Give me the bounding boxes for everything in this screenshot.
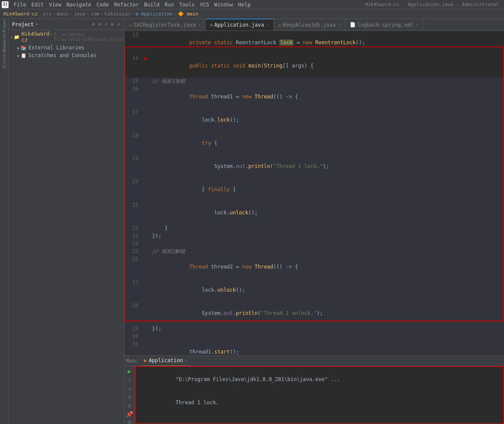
- run-error-line: Exception in thread "Thread-1" java.lang…: [138, 414, 501, 424]
- menu-build[interactable]: Build: [141, 0, 162, 9]
- breadcrumb-item[interactable]: src: [43, 11, 52, 17]
- close-tab-icon[interactable]: ✕: [266, 23, 269, 27]
- collapse-all-icon[interactable]: ≡: [98, 21, 102, 27]
- project-panel-header: Project ▾ ⊕ ≡ ⬆ ⚙ ✕: [9, 19, 124, 30]
- code-line: 25 // 线程2解锁: [125, 247, 504, 255]
- run-label: Run:: [126, 358, 139, 364]
- menu-run[interactable]: Run: [162, 0, 177, 9]
- xml-icon: 📄: [350, 22, 356, 27]
- run-main: ▶ ⬇ ↺ ≡ ⚙ 📌 🗑 "D:\Program Files\Java\jdk…: [125, 366, 504, 424]
- project-panel-title: Project: [12, 21, 34, 27]
- dropdown-icon[interactable]: ▾: [36, 21, 39, 27]
- close-tab-icon[interactable]: ✕: [198, 22, 201, 27]
- app-icon: ⚙: [210, 22, 213, 28]
- menu-window[interactable]: Window: [212, 0, 235, 9]
- project-icon[interactable]: Project: [1, 21, 8, 28]
- breadcrumb-item[interactable]: com: [91, 11, 99, 17]
- run-button[interactable]: ▶: [125, 368, 134, 375]
- java-icon: ☕: [278, 22, 281, 27]
- run-output: "D:\Program Files\Java\jdk1.8.0_281\bin\…: [135, 366, 504, 424]
- tab-label: logback-spring.xml: [357, 22, 413, 28]
- code-line: 17 lock.lock();: [125, 108, 504, 131]
- code-line: 23 });: [125, 232, 504, 240]
- tab-label: Application.java: [214, 22, 264, 28]
- settings-icon[interactable]: ⚙: [110, 21, 115, 27]
- execution-arrow: ▶: [144, 54, 148, 62]
- delete-run-button[interactable]: 🗑: [125, 419, 134, 424]
- expand-arrow: ▶: [17, 53, 20, 58]
- tab-label: KeepAliveJob.java: [283, 22, 336, 28]
- run-icon: ▶: [144, 357, 147, 363]
- code-line: 24: [125, 240, 504, 247]
- menu-refactor[interactable]: Refactor: [111, 0, 141, 9]
- panel-controls: ⊕ ≡ ⬆ ⚙ ✕: [91, 21, 121, 27]
- run-left-tools: ▶ ⬇ ↺ ≡ ⚙ 📌 🗑: [125, 366, 135, 424]
- project-root-label: Hik4Sword-cz: [21, 31, 52, 43]
- editor-area: ☕ IACRegisterTask.java ✕ ⚙ Application.j…: [125, 19, 504, 424]
- scratches-icon: 📋: [21, 53, 27, 58]
- menubar: IJ File Edit View Navigate Code Refactor…: [0, 0, 504, 9]
- code-line: 22 }: [125, 224, 504, 232]
- window-title: Hik4Sword-cz - Application.java - Admini…: [365, 2, 502, 7]
- breadcrumb-item[interactable]: ⚙ Application: [136, 11, 173, 17]
- breadcrumb-item[interactable]: Hik4Sword-cz: [3, 11, 37, 17]
- run-panel: Run: ▶ Application ✕ ▶ ⬇ ↺ ≡ ⚙ 📌 🗑: [125, 355, 504, 424]
- close-panel-icon[interactable]: ✕: [116, 21, 121, 27]
- close-tab-icon[interactable]: ✕: [338, 22, 341, 27]
- project-folder-icon: 📁: [14, 34, 20, 40]
- code-line: 16 Thread thread1 = new Thread(() -> {: [125, 85, 504, 108]
- expand-icon[interactable]: ⬆: [104, 21, 108, 27]
- run-tab-bar: Run: ▶ Application ✕: [125, 356, 504, 366]
- menu-vcs[interactable]: VCS: [197, 0, 212, 9]
- left-toolbar: Project Bookmarks Structure: [0, 19, 9, 424]
- tab-keepalive[interactable]: ☕ KeepAliveJob.java ✕: [274, 19, 345, 31]
- menu-navigate[interactable]: Navigate: [64, 0, 94, 9]
- breadcrumb-item[interactable]: hikvision: [104, 11, 130, 17]
- menu-view[interactable]: View: [46, 0, 64, 9]
- menu-tools[interactable]: Tools: [177, 0, 197, 9]
- close-tab-icon[interactable]: ✕: [416, 22, 418, 27]
- run-output-line: Thread 1 lock.: [138, 391, 501, 414]
- run-tab-label: Application: [149, 357, 183, 363]
- menu-code[interactable]: Code: [94, 0, 112, 9]
- tab-application[interactable]: ⚙ Application.java ✕: [205, 19, 274, 31]
- run-tab-application[interactable]: ▶ Application ✕: [141, 356, 191, 366]
- code-line: 28 System.out.println("Thread 2 unlock."…: [125, 302, 504, 325]
- code-line: 21 lock.unlock();: [125, 201, 504, 224]
- structure-icon[interactable]: Structure: [1, 56, 8, 63]
- menu-help[interactable]: Help: [235, 0, 253, 9]
- expand-arrow: ▶: [17, 46, 20, 50]
- tab-logback[interactable]: 📄 logback-spring.xml ✕: [345, 19, 423, 31]
- project-panel: Project ▾ ⊕ ≡ ⬆ ⚙ ✕ ▾ 📁 Hik4Sword-cz D:\…: [9, 19, 125, 424]
- tab-bar: ☕ IACRegisterTask.java ✕ ⚙ Application.j…: [125, 19, 504, 31]
- pin-button[interactable]: 📌: [125, 411, 134, 418]
- external-libraries[interactable]: ▶ 📚 External Libraries: [9, 44, 124, 52]
- tab-iac[interactable]: ☕ IACRegisterTask.java ✕: [125, 19, 205, 31]
- stop-button[interactable]: ⬇: [125, 376, 134, 383]
- code-editor[interactable]: 13 private static ReentrantLock lock = n…: [125, 31, 504, 355]
- menu-file[interactable]: File: [11, 0, 29, 9]
- rerun-button[interactable]: ↺: [125, 385, 134, 392]
- code-line: 18 try {: [125, 131, 504, 155]
- java-icon: ☕: [129, 22, 132, 27]
- code-line: 15 // 线程1加锁: [125, 77, 504, 85]
- scratches-label: Scratches and Consoles: [28, 52, 97, 58]
- breadcrumb-item[interactable]: java: [74, 11, 86, 17]
- code-line: 20 } finally {: [125, 178, 504, 201]
- breadcrumb-item[interactable]: 🔶 main: [178, 11, 198, 17]
- code-line: 13 private static ReentrantLock lock = n…: [125, 31, 504, 54]
- run-output-line: "D:\Program Files\Java\jdk1.8.0_281\bin\…: [138, 368, 501, 391]
- code-line: 26 Thread thread2 = new Thread(() -> {: [125, 255, 504, 278]
- scope-icon[interactable]: ⊕: [91, 21, 96, 27]
- settings-run-button[interactable]: ⚙: [125, 402, 134, 409]
- filter-button[interactable]: ≡: [125, 393, 134, 400]
- scratches[interactable]: ▶ 📋 Scratches and Consoles: [9, 52, 124, 59]
- library-icon: 📚: [21, 45, 27, 51]
- expand-arrow: ▾: [10, 35, 13, 40]
- breadcrumb-item[interactable]: main: [57, 11, 69, 17]
- bookmarks-icon[interactable]: Bookmarks: [1, 39, 8, 46]
- close-run-tab-icon[interactable]: ✕: [185, 358, 187, 363]
- menu-edit[interactable]: Edit: [29, 0, 46, 9]
- code-line: 14 ▶ public static void main(String[] ar…: [125, 54, 504, 77]
- project-root[interactable]: ▾ 📁 Hik4Sword-cz D:\wx\WeChat Files\wxid…: [9, 30, 124, 44]
